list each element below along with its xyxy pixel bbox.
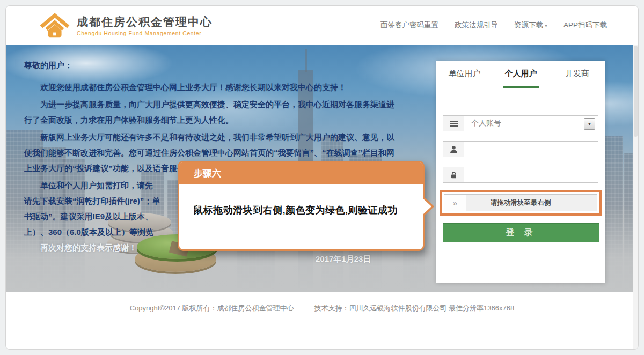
step-tooltip: 步骤六 鼠标拖动滑块到右侧,颜色变为绿色,则验证成功: [178, 161, 425, 251]
step-tooltip-body: 鼠标拖动滑块到右侧,颜色变为绿色,则验证成功: [179, 184, 423, 217]
scrollbar-thumb[interactable]: [634, 46, 638, 137]
nav-policy-guide[interactable]: 政策法规引导: [455, 20, 498, 30]
site-title: 成都住房公积金管理中心: [77, 14, 213, 29]
tech-support-text: 技术支持：四川久远银海软件股份有限公司 最佳分辨率1366x768: [314, 304, 515, 313]
slider-captcha-label: 请拖动滑块至最右侧: [444, 195, 597, 211]
salutation: 尊敬的用户：: [24, 61, 394, 71]
slider-captcha-track[interactable]: » 请拖动滑块至最右侧: [444, 194, 597, 211]
slider-captcha-handle[interactable]: »: [444, 195, 466, 211]
tab-unit-user[interactable]: 单位用户: [436, 61, 493, 88]
header: 成都住房公积金管理中心 Chengdu Housing Fund Managem…: [6, 6, 638, 45]
notice-date: 2017年1月23日: [316, 254, 371, 264]
page-frame: 成都住房公积金管理中心 Chengdu Housing Fund Managem…: [5, 5, 639, 350]
username-field[interactable]: [443, 141, 598, 157]
login-panel: 单位用户 个人用户 开发商 个人账号 ▼: [436, 61, 605, 283]
password-input[interactable]: [464, 167, 598, 182]
site-subtitle: Chengdu Housing Fund Management Center: [77, 30, 213, 36]
tab-developer[interactable]: 开发商: [549, 61, 605, 88]
account-type-select[interactable]: 个人账号 ▼: [443, 115, 598, 131]
top-nav: 面签客户密码重置 政策法规引导 资源下载▾ APP扫码下载: [380, 6, 607, 45]
house-logo-icon: [39, 12, 70, 38]
step-tooltip-title: 步骤六: [179, 162, 423, 184]
welcome-paragraph: 欢迎您使用成都住房公积金管理中心网上业务大厅！感谢您长期以来对我中心的支持！: [24, 79, 394, 95]
user-icon: [450, 145, 458, 153]
account-type-dropdown-button[interactable]: ▼: [584, 118, 595, 130]
footer: Copyright©2017 版权所有：成都住房公积金管理中心 技术支持：四川久…: [6, 292, 638, 349]
nav-app-download[interactable]: APP扫码下载: [564, 20, 607, 30]
lock-icon: [450, 171, 458, 179]
menu-icon: [450, 121, 458, 127]
slider-highlight-box: » 请拖动滑块至最右侧: [440, 190, 602, 216]
double-chevron-right-icon: »: [453, 198, 457, 208]
account-type-value[interactable]: 个人账号: [464, 116, 584, 131]
nav-resource-download[interactable]: 资源下载▾: [514, 20, 547, 30]
login-button[interactable]: 登 录: [443, 223, 599, 242]
welcome-paragraph: 为进一步提高服务质量，向广大用户提供更高效便捷、稳定安全的平台，我中心近期对各服…: [24, 97, 394, 128]
logo[interactable]: 成都住房公积金管理中心 Chengdu Housing Fund Managem…: [39, 12, 213, 38]
tab-personal-user[interactable]: 个人用户: [493, 61, 549, 88]
banner: 尊敬的用户： 欢迎您使用成都住房公积金管理中心网上业务大厅！感谢您长期以来对我中…: [6, 45, 638, 292]
tooltip-arrow-right-icon: [423, 196, 434, 217]
password-field[interactable]: [443, 167, 598, 183]
nav-password-reset[interactable]: 面签客户密码重置: [380, 20, 438, 30]
scrollbar[interactable]: [633, 45, 638, 349]
chevron-down-icon: ▾: [545, 23, 547, 28]
username-input[interactable]: [464, 142, 598, 157]
login-tabs: 单位用户 个人用户 开发商: [436, 61, 605, 88]
copyright-text: Copyright©2017 版权所有：成都住房公积金管理中心: [130, 304, 294, 313]
caret-down-icon: ▼: [588, 122, 592, 127]
